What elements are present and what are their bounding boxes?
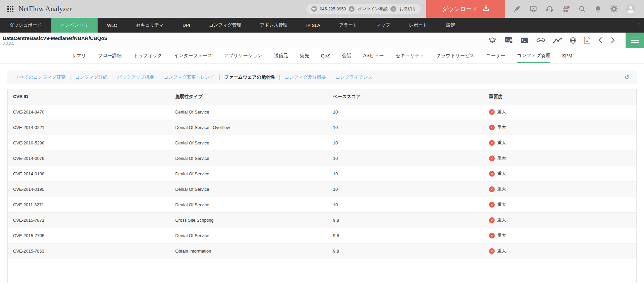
severity-label: 重大 xyxy=(497,217,506,223)
severity-cell: ✕重大 xyxy=(484,104,636,120)
hamburger-menu-icon[interactable] xyxy=(626,33,644,48)
demo-presentation-icon[interactable] xyxy=(529,5,537,13)
nav-item-9[interactable]: マップ xyxy=(367,18,399,33)
tab-3[interactable]: インターフェース xyxy=(174,48,212,63)
severity-label: 重大 xyxy=(497,248,506,254)
main-nav: ダッシュボードインベントリWLCセキュリティDPIコンフィグ管理アドレス管理IP… xyxy=(0,18,644,33)
base-score-cell: 10 xyxy=(328,197,484,212)
severity-badge: ✕重大 xyxy=(489,244,636,259)
tab-2[interactable]: トラフィック xyxy=(133,48,162,63)
critical-icon: ✕ xyxy=(489,202,495,208)
nav-item-1[interactable]: インベントリ xyxy=(51,18,98,33)
tab-14[interactable]: SPM xyxy=(562,48,572,63)
topbar: NetFlow Analyzer ☎ 045-225-8953 ▶ オンライン相… xyxy=(0,0,644,18)
tab-9[interactable]: ASビュー xyxy=(363,48,384,63)
severity-cell: ✕重大 xyxy=(484,166,636,181)
severity-label: 重大 xyxy=(497,202,506,208)
tab-5[interactable]: 送信元 xyxy=(274,48,288,63)
cve-id-cell: CVE-2014-0198 xyxy=(8,166,170,181)
nav-item-11[interactable]: 設定 xyxy=(437,18,465,33)
cve-id-cell: CVE-2010-5298 xyxy=(8,135,170,150)
subnav-separator xyxy=(331,75,331,80)
user-avatar[interactable] xyxy=(626,4,635,13)
table-row: CVE-2014-0198Denial Of Service10✕重大 xyxy=(8,166,636,181)
base-score-cell: 10 xyxy=(328,120,484,135)
nav-item-8[interactable]: アラート xyxy=(330,18,367,33)
tab-11[interactable]: クラウドサービス xyxy=(436,48,474,63)
critical-icon: ✕ xyxy=(489,248,495,254)
column-header-3: 重要度 xyxy=(484,89,636,104)
search-icon[interactable] xyxy=(578,5,586,13)
chevron-right-icon[interactable] xyxy=(610,37,615,44)
table-row: CVE-2015-7853Obtain Information9.8✕重大 xyxy=(8,243,636,259)
nav-item-5[interactable]: コンフィグ管理 xyxy=(200,18,251,33)
estimate-link[interactable]: お見積り xyxy=(399,6,416,12)
tab-12[interactable]: ユーザー xyxy=(486,48,505,63)
tab-0[interactable]: サマリ xyxy=(72,48,86,63)
terminal-icon[interactable] xyxy=(521,37,528,43)
globe-icon[interactable] xyxy=(570,37,577,44)
tab-8[interactable]: 会話 xyxy=(342,48,352,63)
cve-id-cell: CVE-2014-0076 xyxy=(8,150,170,166)
table-row: CVE-2014-3470Denial Of Service10✕重大 xyxy=(8,104,636,120)
online-consult-icon: ▶ xyxy=(349,6,355,12)
subnav-link-6[interactable]: コンプライアンス xyxy=(336,74,373,80)
nav-item-2[interactable]: WLC xyxy=(98,18,126,33)
column-header-0: CVE ID xyxy=(8,89,170,104)
download-button[interactable]: ダウンロード xyxy=(426,0,505,18)
pdf-export-icon[interactable]: A xyxy=(584,37,590,44)
base-score-cell: 9.8 xyxy=(328,228,484,243)
contact-pill: ☎ 045-225-8953 ▶ オンライン相談 $ お見積り xyxy=(307,4,421,14)
subnav-link-2[interactable]: バックアップ概要 xyxy=(117,74,154,80)
terminal-lock-icon[interactable] xyxy=(504,37,513,44)
subnav-link-5[interactable]: コンフィグ差分概要 xyxy=(284,74,326,80)
settings-gear-icon[interactable] xyxy=(610,5,618,13)
critical-icon: ✕ xyxy=(489,171,495,177)
column-header-2: ベーススコア xyxy=(328,89,484,104)
severity-badge: ✕重大 xyxy=(489,213,636,228)
online-consult-link[interactable]: オンライン相談 xyxy=(358,6,387,12)
base-score-cell: 10 xyxy=(328,181,484,197)
alarm-bell-icon[interactable] xyxy=(488,37,497,44)
table-row: CVE-2015-7871Cross Site Scripting9.8✕重大 xyxy=(8,212,636,228)
nav-item-0[interactable]: ダッシュボード xyxy=(0,18,51,33)
nav-item-6[interactable]: アドレス管理 xyxy=(251,18,297,33)
support-headset-icon[interactable] xyxy=(546,5,553,13)
subnav-link-0[interactable]: すべてのコンフィグ変更 xyxy=(15,74,65,80)
rocket-icon[interactable] xyxy=(513,5,521,13)
tab-10[interactable]: セキュリティ xyxy=(395,48,424,63)
link-loop-icon[interactable] xyxy=(536,37,545,43)
app-grid-icon[interactable] xyxy=(7,6,13,12)
critical-icon: ✕ xyxy=(489,109,495,115)
severity-badge: ✕重大 xyxy=(489,228,636,243)
kebab-menu-icon[interactable]: ⋮ xyxy=(635,18,643,33)
base-score-cell: 10 xyxy=(328,150,484,166)
vulnerability-type-cell: Denial Of Service xyxy=(170,104,327,120)
nav-item-10[interactable]: レポート xyxy=(399,18,437,33)
subnav-link-4[interactable]: ファームウェアの脆弱性 xyxy=(224,74,275,80)
cve-id-cell: CVE-2011-3271 xyxy=(8,197,170,212)
subnav-link-1[interactable]: コンフィグ詳細 xyxy=(75,74,107,80)
chevron-left-icon[interactable] xyxy=(598,37,603,44)
severity-cell: ✕重大 xyxy=(484,150,636,166)
subnav-separator xyxy=(219,75,220,80)
config-subnav-links: すべてのコンフィグ変更コンフィグ詳細バックアップ概要コンフィグ変更トレンドファー… xyxy=(15,74,373,80)
estimate-icon: $ xyxy=(390,6,396,12)
nav-item-4[interactable]: DPI xyxy=(173,18,200,33)
tab-13[interactable]: コンフィグ管理 xyxy=(517,48,550,63)
tab-4[interactable]: アプリケーション xyxy=(224,48,262,63)
view-tabs-list: サマリフロー詳細トラフィックインターフェースアプリケーション送信元宛先QoS会話… xyxy=(72,48,572,63)
cve-id-cell: CVE-2015-7705 xyxy=(8,228,170,243)
nav-item-3[interactable]: セキュリティ xyxy=(126,18,173,33)
severity-cell: ✕重大 xyxy=(484,120,636,135)
nav-item-7[interactable]: IP SLA xyxy=(297,18,330,33)
notifications-bell-icon[interactable] xyxy=(594,5,602,13)
column-header-1: 脆弱性タイプ xyxy=(170,89,327,104)
tab-1[interactable]: フロー詳細 xyxy=(98,48,122,63)
gift-icon[interactable] xyxy=(562,5,570,13)
line-chart-icon[interactable] xyxy=(553,37,562,43)
tab-7[interactable]: QoS xyxy=(321,48,330,63)
refresh-icon[interactable]: ↺ xyxy=(625,74,629,81)
tab-6[interactable]: 宛先 xyxy=(300,48,309,63)
subnav-link-3[interactable]: コンフィグ変更トレンド xyxy=(164,74,214,80)
